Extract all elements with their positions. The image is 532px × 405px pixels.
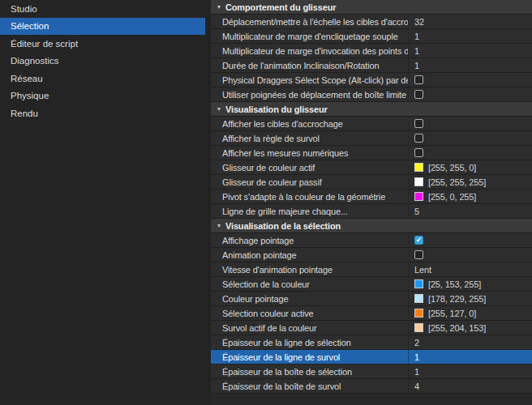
setting-value[interactable] bbox=[408, 87, 532, 101]
setting-value[interactable] bbox=[408, 248, 532, 262]
setting-value[interactable]: Lent bbox=[408, 262, 532, 276]
settings-row-afficher-les-cibles-d-accrochage[interactable]: Afficher les cibles d'accrochage bbox=[211, 117, 532, 131]
settings-row-physical-draggers-select-scope-alt-click[interactable]: Physical Draggers Sélect Scope (Alt-clic… bbox=[211, 73, 532, 87]
setting-value[interactable]: [255, 127, 0] bbox=[408, 306, 532, 320]
settings-row-ligne-de-grille-majeure-chaque[interactable]: Ligne de grille majeure chaque...5 bbox=[211, 204, 532, 219]
settings-row-multiplicateur-de-marge-d-encliquetage-s[interactable]: Multiplicateur de marge d'encliquetage s… bbox=[211, 29, 532, 44]
settings-row-vitesse-d-animation-pointage[interactable]: Vitesse d'animation pointageLent bbox=[211, 262, 532, 277]
setting-value[interactable]: 1 bbox=[408, 29, 532, 43]
setting-value[interactable]: 1 bbox=[408, 364, 532, 378]
sidebar-item-reseau[interactable]: Réseau bbox=[0, 70, 205, 87]
setting-value[interactable] bbox=[408, 73, 532, 87]
checkbox-unchecked-icon[interactable] bbox=[414, 75, 423, 84]
settings-row-selection-couleur-active[interactable]: Sélection couleur active[255, 127, 0] bbox=[211, 306, 532, 321]
settings-row-duree-de-l-animation-inclinaison-rotatio[interactable]: Durée de l'animation Inclinaison/Rotatio… bbox=[211, 58, 532, 73]
setting-value[interactable]: [255, 255, 255] bbox=[408, 175, 532, 189]
setting-value[interactable]: [255, 204, 153] bbox=[408, 321, 532, 335]
settings-row-survol-actif-de-la-couleur[interactable]: Survol actif de la couleur[255, 204, 153… bbox=[211, 321, 532, 335]
setting-label: Afficher la règle de survol bbox=[211, 131, 408, 145]
collapse-triangle-icon: ▼ bbox=[215, 223, 223, 228]
setting-label: Afficher les mesures numériques bbox=[211, 146, 408, 160]
settings-row-affichage-pointage[interactable]: Affichage pointage✓ bbox=[211, 233, 532, 248]
checkbox-unchecked-icon[interactable] bbox=[414, 90, 423, 99]
settings-row-epaisseur-de-la-ligne-de-survol[interactable]: Épaisseur de la ligne de survol1 bbox=[211, 350, 532, 364]
setting-label: Pivot s'adapte à la couleur de la géomét… bbox=[211, 190, 408, 203]
setting-value[interactable]: [255, 255, 0] bbox=[408, 160, 532, 174]
setting-label: Sélection de la couleur bbox=[211, 277, 408, 291]
setting-value[interactable] bbox=[408, 117, 532, 130]
section-header-visualisation-de-la-selection[interactable]: ▼Visualisation de la sélection bbox=[211, 219, 532, 233]
setting-label: Épaisseur de la boîte de sélection bbox=[211, 364, 408, 378]
settings-row-animation-pointage[interactable]: Animation pointage bbox=[211, 248, 532, 262]
section-header-visualisation-du-glisseur[interactable]: ▼Visualisation du glisseur bbox=[211, 102, 532, 117]
setting-label: Épaisseur de la ligne de sélection bbox=[211, 335, 408, 349]
value-text: 1 bbox=[414, 61, 419, 70]
checkbox-unchecked-icon[interactable] bbox=[414, 250, 423, 259]
setting-value[interactable] bbox=[408, 131, 532, 145]
settings-row-glisseur-de-couleur-actif[interactable]: Glisseur de couleur actif[255, 255, 0] bbox=[211, 160, 532, 175]
setting-value[interactable] bbox=[408, 146, 532, 160]
settings-row-epaisseur-de-la-boite-de-survol[interactable]: Épaisseur de la boîte de survol4 bbox=[211, 379, 532, 394]
checkbox-unchecked-icon[interactable] bbox=[414, 134, 423, 143]
settings-row-afficher-les-mesures-numeriques[interactable]: Afficher les mesures numériques bbox=[211, 146, 532, 160]
setting-value[interactable]: 4 bbox=[408, 379, 532, 393]
setting-value[interactable]: [255, 0, 255] bbox=[408, 190, 532, 203]
settings-row-glisseur-de-couleur-passif[interactable]: Glisseur de couleur passif[255, 255, 255… bbox=[211, 175, 532, 190]
setting-value[interactable]: [25, 153, 255] bbox=[408, 277, 532, 291]
value-text: 1 bbox=[414, 32, 419, 41]
studio-settings-window: StudioSélectionÉditeur de scriptDiagnost… bbox=[0, 0, 532, 405]
settings-row-multiplicateur-de-marge-d-invocation-des[interactable]: Multiplicateur de marge d'invocation des… bbox=[211, 44, 532, 58]
setting-label: Afficher les cibles d'accrochage bbox=[211, 117, 408, 130]
settings-row-utiliser-poignees-de-deplacement-de-boit[interactable]: Utiliser poignées de déplacement de boît… bbox=[211, 87, 532, 102]
setting-label: Épaisseur de la ligne de survol bbox=[211, 350, 408, 364]
section-header-label: Comportement du glisseur bbox=[225, 2, 336, 12]
setting-value[interactable]: 32 bbox=[408, 15, 532, 28]
color-value-text: [255, 127, 0] bbox=[428, 309, 476, 318]
sidebar-item-physique[interactable]: Physique bbox=[0, 87, 205, 105]
sidebar-item-selection[interactable]: Sélection bbox=[0, 18, 205, 36]
settings-row-pivot-s-adapte-a-la-couleur-de-la-geomet[interactable]: Pivot s'adapte à la couleur de la géomét… bbox=[211, 190, 532, 204]
setting-label: Vitesse d'animation pointage bbox=[211, 262, 408, 276]
setting-value[interactable]: 1 bbox=[408, 44, 532, 58]
settings-row-epaisseur-de-la-boite-de-selection[interactable]: Épaisseur de la boîte de sélection1 bbox=[211, 364, 532, 379]
color-swatch[interactable] bbox=[414, 294, 423, 303]
value-text: 1 bbox=[414, 352, 419, 362]
color-value-text: [25, 153, 255] bbox=[428, 279, 481, 289]
sidebar-item-label: Rendu bbox=[11, 109, 38, 118]
sidebar-item-diagnostics[interactable]: Diagnostics bbox=[0, 53, 205, 70]
setting-label: Durée de l'animation Inclinaison/Rotatio… bbox=[211, 58, 408, 72]
sidebar-item-editeur-de-script[interactable]: Éditeur de script bbox=[0, 35, 205, 53]
setting-label: Physical Draggers Sélect Scope (Alt-clic… bbox=[211, 73, 408, 87]
settings-category-sidebar: StudioSélectionÉditeur de scriptDiagnost… bbox=[0, 0, 205, 405]
settings-row-selection-de-la-couleur[interactable]: Sélection de la couleur[25, 153, 255] bbox=[211, 277, 532, 292]
color-value-text: [255, 204, 153] bbox=[428, 323, 486, 333]
sidebar-item-studio[interactable]: Studio bbox=[0, 0, 205, 18]
sidebar-item-label: Réseau bbox=[11, 74, 43, 83]
checkbox-checked-icon[interactable]: ✓ bbox=[414, 236, 423, 245]
setting-value[interactable]: [178, 229, 255] bbox=[408, 292, 532, 305]
sidebar-item-label: Diagnostics bbox=[11, 56, 58, 66]
color-swatch[interactable] bbox=[414, 163, 423, 172]
settings-row-epaisseur-de-la-ligne-de-selection[interactable]: Épaisseur de la ligne de sélection2 bbox=[211, 335, 532, 350]
setting-label: Glisseur de couleur passif bbox=[211, 175, 408, 189]
setting-value[interactable]: 1 bbox=[408, 58, 532, 72]
checkbox-unchecked-icon[interactable] bbox=[414, 148, 423, 157]
setting-value[interactable]: 1 bbox=[408, 350, 532, 364]
sidebar-item-rendu[interactable]: Rendu bbox=[0, 104, 205, 122]
color-swatch[interactable] bbox=[414, 177, 423, 186]
color-swatch[interactable] bbox=[414, 309, 423, 318]
setting-value[interactable]: 2 bbox=[408, 335, 532, 349]
checkbox-unchecked-icon[interactable] bbox=[414, 119, 423, 128]
settings-row-afficher-la-regle-de-survol[interactable]: Afficher la règle de survol bbox=[211, 131, 532, 146]
setting-label: Affichage pointage bbox=[211, 233, 408, 247]
settings-row-deplacement-mettre-a-l-echelle-les-cible[interactable]: Déplacement/mettre à l'échelle les cible… bbox=[211, 15, 532, 29]
color-swatch[interactable] bbox=[414, 323, 423, 332]
color-swatch[interactable] bbox=[414, 192, 423, 201]
color-value-text: [255, 0, 255] bbox=[428, 192, 476, 202]
section-header-comportement-du-glisseur[interactable]: ▼Comportement du glisseur bbox=[211, 0, 532, 15]
settings-row-couleur-pointage[interactable]: Couleur pointage[178, 229, 255] bbox=[211, 292, 532, 306]
color-value-text: [255, 255, 0] bbox=[428, 163, 476, 173]
setting-value[interactable]: ✓ bbox=[408, 233, 532, 247]
setting-value[interactable]: 5 bbox=[408, 204, 532, 218]
color-swatch[interactable] bbox=[414, 279, 423, 288]
